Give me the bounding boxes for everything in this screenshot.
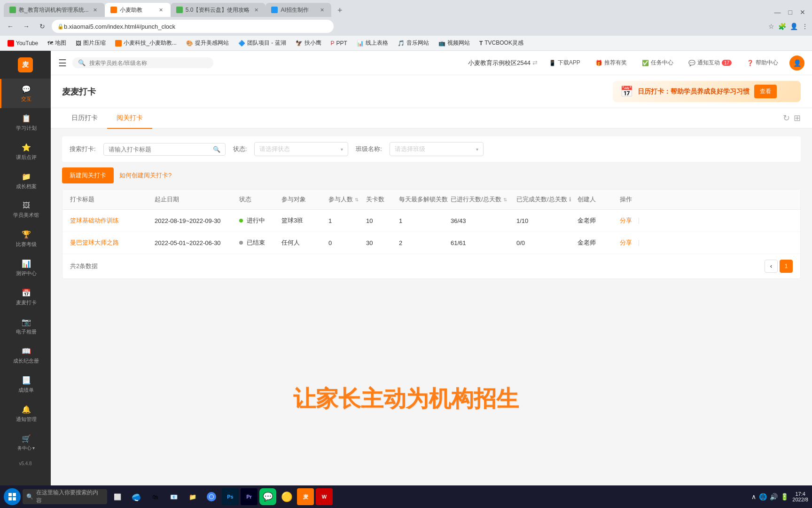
row1-status-dot xyxy=(239,219,243,222)
search-input[interactable] xyxy=(89,60,164,66)
tab-close-3[interactable]: ✕ xyxy=(252,6,260,14)
browser-tab-3[interactable]: 5.0【资料云盘】使用攻略 ✕ xyxy=(171,3,266,17)
bookmark-lanhu[interactable]: 🔷 团队项目 - 蓝湖 xyxy=(234,38,290,48)
sidebar-item-review[interactable]: ⭐ 课后点评 xyxy=(0,137,51,167)
sidebar-item-gallery[interactable]: 🖼 学员美术馆 xyxy=(0,196,51,224)
bookmark-video[interactable]: 📺 视频网站 xyxy=(435,38,474,48)
back-button[interactable]: ← xyxy=(4,20,17,33)
search-box[interactable]: 🔍 xyxy=(72,57,213,68)
taskbar-xiaomai[interactable]: 麦 xyxy=(297,488,314,505)
browser-tab-2[interactable]: 小麦助教 ✕ xyxy=(105,3,171,17)
maximize-button[interactable]: □ xyxy=(786,8,795,17)
class-filter-select[interactable]: 请选择班级 ▾ xyxy=(390,142,484,156)
user-avatar[interactable]: 👤 xyxy=(789,56,804,71)
browser-tab-4[interactable]: AI招生制作 ✕ xyxy=(265,3,331,17)
sidebar-item-interaction[interactable]: 💬 交互 xyxy=(0,79,51,108)
sidebar-item-service[interactable]: 🛒 务中心 ▾ xyxy=(0,429,51,457)
bookmark-music[interactable]: 🎵 音乐网站 xyxy=(394,38,433,48)
taskbar-explorer[interactable]: 📁 xyxy=(184,488,201,505)
start-button[interactable] xyxy=(4,488,21,505)
tab-close-1[interactable]: ✕ xyxy=(92,6,99,14)
taskbar-wps[interactable]: W xyxy=(316,488,333,505)
sidebar-item-report[interactable]: 📃 成绩单 xyxy=(0,370,51,399)
refresh-button[interactable]: ↻ xyxy=(36,20,49,33)
download-app-button[interactable]: 📱 下载APP xyxy=(545,57,584,69)
taskbar-edge[interactable] xyxy=(128,488,145,505)
sidebar-item-notification[interactable]: 🔔 通知管理 xyxy=(0,399,51,429)
status-filter-select[interactable]: 请选择状态 ▾ xyxy=(254,142,348,156)
hamburger-menu-icon[interactable]: ☰ xyxy=(58,57,67,69)
tab-calendar-checkin[interactable]: 日历打卡 xyxy=(62,108,107,129)
row2-title[interactable]: 曼巴篮球大师之路 xyxy=(70,238,155,247)
taskbar-mail[interactable]: 📧 xyxy=(165,488,182,505)
row2-share-link[interactable]: 分享 xyxy=(620,239,632,246)
system-clock[interactable]: 17:4 2022/8 xyxy=(792,491,808,502)
info-icon[interactable]: ℹ xyxy=(569,196,571,203)
recommend-button[interactable]: 🎁 推荐有奖 xyxy=(592,57,631,69)
sidebar-item-evaluation[interactable]: 📊 测评中心 xyxy=(0,254,51,283)
new-checkin-button[interactable]: 新建阅关打卡 xyxy=(62,167,114,183)
row1-title[interactable]: 篮球基础动作训练 xyxy=(70,216,155,225)
current-page-button[interactable]: 1 xyxy=(780,260,793,273)
tray-up-icon[interactable]: ∧ xyxy=(751,493,756,500)
row1-title-link[interactable]: 篮球基础动作训练 xyxy=(70,217,119,224)
taskbar-store[interactable]: 🛍 xyxy=(147,488,164,505)
taskbar-chrome[interactable] xyxy=(203,488,220,505)
refresh-list-icon[interactable]: ↻ xyxy=(783,113,790,123)
prev-page-button[interactable]: ‹ xyxy=(765,260,778,273)
org-switch-icon[interactable]: ⇄ xyxy=(532,59,538,66)
bookmark-design[interactable]: 🎨 提升美感网站 xyxy=(182,38,233,48)
address-input[interactable]: 🔒 b.xiaomai5.com/index.html#/punch_clock xyxy=(52,20,334,33)
notification-button[interactable]: 💬 通知互动 17 xyxy=(685,57,735,69)
sidebar-item-album[interactable]: 📷 电子相册 xyxy=(0,312,51,341)
how-to-create-link[interactable]: 如何创建阅关打卡? xyxy=(119,167,172,183)
sidebar-item-competition[interactable]: 🏆 比赛考级 xyxy=(0,224,51,254)
close-window-button[interactable]: ✕ xyxy=(797,8,808,17)
more-options-icon[interactable]: ⋮ xyxy=(802,23,808,30)
sidebar-label-competition: 比赛考级 xyxy=(16,241,37,248)
sidebar-item-profile[interactable]: 📁 成长档案 xyxy=(0,167,51,196)
sort-participants-icon[interactable]: ⇅ xyxy=(355,197,359,202)
help-button[interactable]: ❓ 帮助中心 xyxy=(743,57,782,69)
task-center-button[interactable]: ✅ 任务中心 xyxy=(638,57,677,69)
tray-volume-icon[interactable]: 🔊 xyxy=(770,493,778,500)
tray-network-icon[interactable]: 🌐 xyxy=(759,493,767,500)
bookmark-fuxiaoying[interactable]: 🦅 扶小鹰 xyxy=(292,38,325,48)
checkin-search-icon[interactable]: 🔍 xyxy=(213,146,220,153)
sidebar-item-punch[interactable]: 📅 麦麦打卡 xyxy=(0,283,51,312)
browser-tab-1[interactable]: 教_教育培训机构管理系统... ✕ xyxy=(4,3,105,17)
sort-days-icon[interactable]: ⇅ xyxy=(503,197,507,202)
checkin-search-input[interactable] xyxy=(109,146,210,153)
row1-share-link[interactable]: 分享 xyxy=(620,217,632,224)
bookmark-map[interactable]: 🗺 地图 xyxy=(44,38,70,48)
tab-reading-checkin[interactable]: 阅关打卡 xyxy=(107,108,152,129)
search-taskbar-button[interactable]: 🔍 在这里输入你要搜索的内容 xyxy=(23,489,107,504)
bookmark-compress[interactable]: 🖼 图片压缩 xyxy=(72,38,109,48)
taskbar-ps[interactable]: Ps xyxy=(222,488,239,505)
bookmark-ppt[interactable]: P PPT xyxy=(327,39,351,48)
bookmark-icon[interactable]: ☆ xyxy=(768,23,774,30)
forward-button[interactable]: → xyxy=(20,20,33,33)
minimize-button[interactable]: — xyxy=(772,8,784,17)
task-view-button[interactable]: ⬜ xyxy=(109,488,126,505)
bookmark-xiaomai[interactable]: 小麦科技_小麦助教... xyxy=(111,38,180,48)
time-text: 17:4 xyxy=(795,491,805,497)
tab-close-2[interactable]: ✕ xyxy=(157,6,165,14)
bookmark-table[interactable]: 📊 线上表格 xyxy=(353,38,392,48)
tab-close-4[interactable]: ✕ xyxy=(318,6,326,14)
bookmark-tvc[interactable]: T TVCBOOK灵感 xyxy=(476,38,527,48)
taskbar-wechat[interactable]: 💬 xyxy=(259,488,276,505)
sidebar-item-memory[interactable]: 📖 成长纪念册 xyxy=(0,341,51,370)
columns-icon[interactable]: ⊞ xyxy=(794,113,801,123)
profile-icon[interactable]: 👤 xyxy=(790,23,798,30)
new-tab-button[interactable]: + xyxy=(333,4,346,17)
search-filter-box[interactable]: 🔍 xyxy=(103,143,226,156)
bookmark-youtube[interactable]: YouTube xyxy=(4,39,42,48)
extension-icon[interactable]: 🧩 xyxy=(778,23,786,30)
banner-view-button[interactable]: 查看 xyxy=(754,85,777,98)
sidebar-item-learning[interactable]: 📋 学习计划 xyxy=(0,108,51,137)
taskbar-pr[interactable]: Pr xyxy=(241,488,258,505)
tray-battery-icon[interactable]: 🔋 xyxy=(781,493,789,500)
row2-title-link[interactable]: 曼巴篮球大师之路 xyxy=(70,239,119,246)
taskbar-chrome2[interactable]: 🟡 xyxy=(278,488,295,505)
